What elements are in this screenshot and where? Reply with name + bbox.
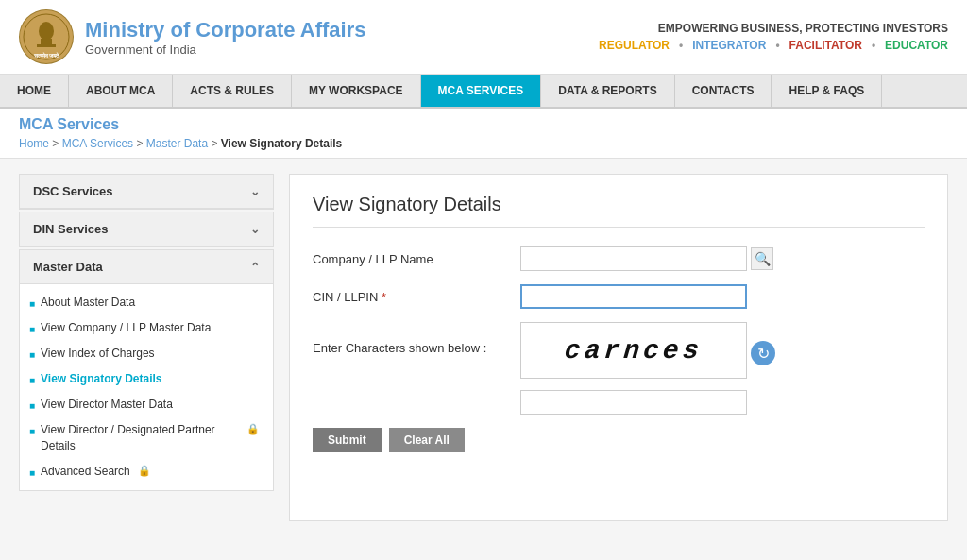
captcha-text: carnces	[564, 336, 704, 365]
sidebar-item-view-index-charges[interactable]: ■ View Index of Charges	[20, 341, 273, 366]
sidebar-dsc-label: DSC Services	[33, 184, 113, 198]
header-links: REGULATOR • INTEGRATOR • FACILITATOR • E…	[599, 39, 948, 52]
bullet-icon: ■	[29, 399, 35, 413]
sidebar-item-label: View Index of Charges	[41, 346, 155, 362]
breadcrumb-mca-services[interactable]: MCA Services	[62, 137, 133, 150]
svg-rect-4	[37, 44, 56, 47]
required-marker: *	[382, 290, 386, 304]
sidebar-item-view-signatory[interactable]: ■ View Signatory Details	[20, 366, 273, 392]
regulator-link[interactable]: REGULATOR	[599, 39, 670, 52]
nav-contacts[interactable]: CONTACTS	[675, 75, 772, 107]
cin-row: CIN / LLPIN *	[313, 284, 925, 309]
sidebar-dsc-header[interactable]: DSC Services ⌄	[20, 175, 273, 209]
sidebar: DSC Services ⌄ DIN Services ⌄ Master Dat…	[19, 174, 274, 521]
integrator-link[interactable]: INTEGRATOR	[692, 39, 766, 52]
tagline: EMPOWERING BUSINESS, PROTECTING INVESTOR…	[599, 22, 948, 35]
svg-text:सत्यमेव जयते: सत्यमेव जयते	[33, 52, 60, 59]
nav-help-faqs[interactable]: HELP & FAQS	[772, 75, 882, 107]
submit-button[interactable]: Submit	[313, 428, 382, 452]
company-input[interactable]	[520, 246, 747, 271]
cin-input[interactable]	[520, 284, 747, 309]
sidebar-item-view-company-llp[interactable]: ■ View Company / LLP Master Data	[20, 315, 273, 341]
breadcrumb-home[interactable]: Home	[19, 137, 49, 150]
facilitator-link[interactable]: FACILITATOR	[789, 39, 862, 52]
sidebar-item-label: View Director Master Data	[41, 397, 173, 413]
nav-mca-services[interactable]: MCA SERVICES	[421, 75, 542, 107]
nav-home[interactable]: HOME	[0, 75, 69, 107]
educator-link[interactable]: EDUCATOR	[885, 39, 948, 52]
chevron-down-icon: ⌄	[250, 223, 260, 236]
sidebar-item-label: View Director / Designated Partner Detai…	[41, 422, 239, 454]
main-content: DSC Services ⌄ DIN Services ⌄ Master Dat…	[0, 159, 967, 536]
bullet-icon: ■	[29, 467, 35, 480]
svg-point-2	[39, 22, 54, 41]
sidebar-section-dsc: DSC Services ⌄	[19, 174, 274, 210]
sidebar-item-about-master-data[interactable]: ■ About Master Data	[20, 290, 273, 315]
bullet-icon: ■	[29, 297, 35, 311]
header-left: सत्यमेव जयते Ministry of Corporate Affai…	[19, 9, 365, 64]
sidebar-master-data-label: Master Data	[33, 260, 103, 274]
clear-button[interactable]: Clear All	[389, 428, 465, 452]
captcha-image: carnces	[520, 322, 747, 379]
content-title: View Signatory Details	[313, 194, 925, 228]
header-branding: Ministry of Corporate Affairs Government…	[85, 18, 365, 57]
sidebar-item-view-director-designated[interactable]: ■ View Director / Designated Partner Det…	[20, 417, 273, 459]
sidebar-master-data-menu: ■ About Master Data ■ View Company / LLP…	[20, 284, 273, 490]
page-section-title: MCA Services	[19, 116, 948, 133]
nav-my-workspace[interactable]: MY WORKSPACE	[292, 75, 421, 107]
sidebar-item-advanced-search[interactable]: ■ Advanced Search 🔒	[20, 459, 273, 484]
content-area: View Signatory Details Company / LLP Nam…	[289, 174, 948, 521]
sidebar-item-label: About Master Data	[41, 295, 135, 311]
captcha-area: carnces ↻	[520, 322, 747, 415]
chevron-down-icon: ⌄	[250, 185, 260, 198]
sidebar-section-din: DIN Services ⌄	[19, 212, 274, 247]
dot-3: •	[872, 39, 875, 52]
nav-about-mca[interactable]: ABOUT MCA	[69, 75, 173, 107]
sidebar-item-view-director-master[interactable]: ■ View Director Master Data	[20, 392, 273, 417]
nav-acts-rules[interactable]: ACTS & RULES	[173, 75, 292, 107]
bullet-icon: ■	[29, 323, 35, 336]
main-nav: HOME ABOUT MCA ACTS & RULES MY WORKSPACE…	[0, 75, 967, 109]
company-row: Company / LLP Name 🔍	[313, 246, 925, 271]
captcha-refresh-button[interactable]: ↻	[751, 341, 775, 365]
sidebar-master-data-header[interactable]: Master Data ⌃	[20, 250, 273, 284]
dot-1: •	[679, 39, 683, 52]
button-row: Submit Clear All	[313, 428, 925, 452]
header-right: EMPOWERING BUSINESS, PROTECTING INVESTOR…	[599, 22, 948, 52]
lock-icon: 🔒	[138, 464, 151, 478]
cin-label: CIN / LLPIN *	[313, 290, 520, 304]
company-label: Company / LLP Name	[313, 252, 520, 266]
sidebar-item-label: View Company / LLP Master Data	[41, 320, 211, 336]
lock-icon: 🔒	[246, 422, 260, 436]
captcha-label: Enter Characters shown below :	[313, 322, 520, 355]
dot-2: •	[775, 39, 779, 52]
sidebar-din-label: DIN Services	[33, 222, 109, 236]
breadcrumb-master-data[interactable]: Master Data	[146, 137, 208, 150]
bullet-icon: ■	[29, 425, 35, 438]
sidebar-din-header[interactable]: DIN Services ⌄	[20, 212, 273, 246]
captcha-row: Enter Characters shown below : carnces ↻	[313, 322, 925, 415]
chevron-up-icon: ⌃	[250, 261, 260, 274]
breadcrumb: Home > MCA Services > Master Data > View…	[19, 137, 948, 158]
header: सत्यमेव जयते Ministry of Corporate Affai…	[0, 0, 967, 75]
logo: सत्यमेव जयते	[19, 9, 74, 64]
breadcrumb-current: View Signatory Details	[221, 137, 343, 150]
site-title: Ministry of Corporate Affairs	[85, 18, 365, 42]
sidebar-item-label: Advanced Search	[41, 464, 130, 480]
nav-data-reports[interactable]: DATA & REPORTS	[541, 75, 674, 107]
site-subtitle: Government of India	[85, 42, 365, 57]
bullet-icon: ■	[29, 374, 35, 387]
company-search-button[interactable]: 🔍	[751, 247, 773, 270]
sidebar-section-master-data: Master Data ⌃ ■ About Master Data ■ View…	[19, 249, 274, 491]
breadcrumb-area: MCA Services Home > MCA Services > Maste…	[0, 109, 967, 159]
captcha-input[interactable]	[520, 390, 747, 415]
sidebar-item-label: View Signatory Details	[41, 371, 162, 387]
bullet-icon: ■	[29, 348, 35, 362]
